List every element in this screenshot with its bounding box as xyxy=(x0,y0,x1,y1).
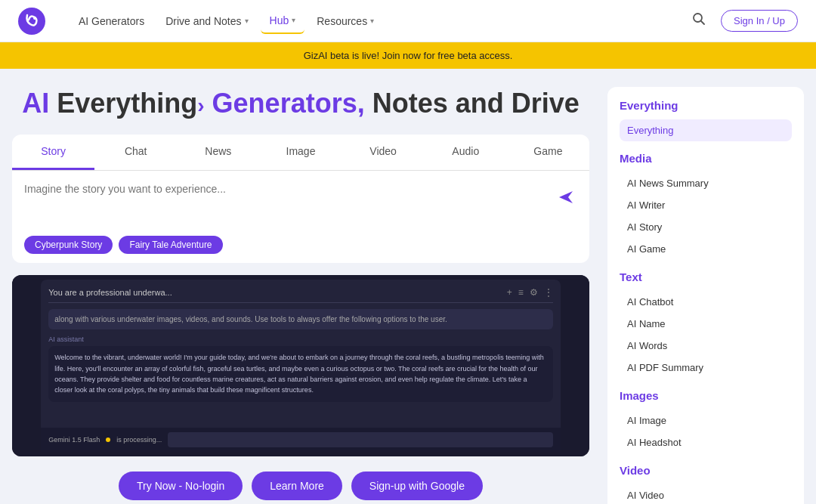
svg-line-3 xyxy=(701,21,704,24)
chat-header: You are a professional underwa... + ≡ ⚙ … xyxy=(48,287,553,303)
sidebar-section-everything-title: Everything xyxy=(620,99,792,112)
input-row xyxy=(24,183,577,228)
chat-title: You are a professional underwa... xyxy=(48,288,172,297)
tag-fairytale[interactable]: Fairy Tale Adventure xyxy=(119,236,222,254)
signin-button[interactable]: Sign In / Up xyxy=(721,10,798,32)
model-badge: Gemini 1.5 Flash xyxy=(48,436,100,444)
sidebar-card: Everything Everything Media AI News Summ… xyxy=(607,87,804,504)
search-button[interactable] xyxy=(689,9,709,32)
sidebar-item-chatbot[interactable]: AI Chatbot xyxy=(620,291,792,313)
search-icon xyxy=(692,12,706,26)
signup-google-button[interactable]: Sign-up with Google xyxy=(351,472,483,500)
tab-news[interactable]: News xyxy=(177,135,259,170)
nav-ai-generators[interactable]: AI Generators xyxy=(70,9,153,33)
chevron-down-icon: ▾ xyxy=(292,16,295,24)
beta-banner[interactable]: GizAI beta is live! Join now for free be… xyxy=(0,42,816,69)
sidebar-item-words[interactable]: AI Words xyxy=(620,335,792,357)
chat-bubble: Welcome to the vibrant, underwater world… xyxy=(48,346,553,402)
chat-mockup: You are a professional underwa... + ≡ ⚙ … xyxy=(41,280,561,452)
sidebar-item-video[interactable]: AI Video xyxy=(620,484,792,504)
chevron-down-icon: ▾ xyxy=(245,17,249,25)
chat-toolbar: + ≡ ⚙ ⋮ xyxy=(507,287,553,298)
list-icon[interactable]: ≡ xyxy=(518,287,524,298)
tab-video[interactable]: Video xyxy=(342,135,425,170)
send-icon xyxy=(558,189,574,206)
story-input[interactable] xyxy=(24,183,555,228)
sidebar-item-writer[interactable]: AI Writer xyxy=(620,194,792,216)
chat-bottom-bar: Gemini 1.5 Flash is processing... xyxy=(41,428,561,452)
hero-generators: Generators, xyxy=(205,88,365,119)
chat-preview: You are a professional underwa... + ≡ ⚙ … xyxy=(12,275,589,456)
try-now-button[interactable]: Try Now - No-login xyxy=(119,472,243,500)
processing-text: is processing... xyxy=(116,436,162,444)
hero-everything: Everything xyxy=(49,88,197,119)
more-icon[interactable]: ⋮ xyxy=(544,287,553,298)
nav-resources[interactable]: Resources ▾ xyxy=(308,9,383,33)
sidebar-section-media-title: Media xyxy=(620,152,792,165)
tab-bar: Story Chat News Image Video Audio Game xyxy=(12,135,589,171)
sidebar-item-headshot[interactable]: AI Headshot xyxy=(620,431,792,453)
sidebar-item-image[interactable]: AI Image xyxy=(620,410,792,431)
sidebar: Everything Everything Media AI News Summ… xyxy=(607,87,804,504)
sidebar-section-text-title: Text xyxy=(620,271,792,283)
processing-indicator xyxy=(106,438,110,442)
nav-hub[interactable]: Hub ▾ xyxy=(261,8,305,34)
tab-story[interactable]: Story xyxy=(12,135,94,170)
tab-chat[interactable]: Chat xyxy=(94,135,177,170)
plus-icon[interactable]: + xyxy=(507,287,512,298)
hero-title: AI Everything› Generators, Notes and Dri… xyxy=(12,87,589,119)
header: AI Generators Drive and Notes ▾ Hub ▾ Re… xyxy=(0,0,816,42)
content-area: AI Everything› Generators, Notes and Dri… xyxy=(12,87,589,504)
svg-point-1 xyxy=(33,17,36,20)
tab-game[interactable]: Game xyxy=(507,135,589,170)
settings-icon[interactable]: ⚙ xyxy=(530,287,538,298)
main-nav: AI Generators Drive and Notes ▾ Hub ▾ Re… xyxy=(70,8,689,34)
learn-more-button[interactable]: Learn More xyxy=(252,472,342,500)
sidebar-item-everything[interactable]: Everything xyxy=(620,119,792,141)
logo-icon xyxy=(18,8,45,35)
chevron-down-icon: ▾ xyxy=(370,17,374,25)
chat-system-message: along with various underwater images, vi… xyxy=(48,309,553,329)
svg-point-2 xyxy=(694,14,702,22)
logo[interactable] xyxy=(18,8,45,35)
header-right: Sign In / Up xyxy=(689,9,798,32)
tag-cyberpunk[interactable]: Cyberpunk Story xyxy=(24,236,113,254)
cta-row: Try Now - No-login Learn More Sign-up wi… xyxy=(12,472,589,500)
tab-audio[interactable]: Audio xyxy=(425,135,507,170)
sidebar-section-images-title: Images xyxy=(620,389,792,402)
sidebar-item-game[interactable]: AI Game xyxy=(620,238,792,260)
tag-row: Cyberpunk Story Fairy Tale Adventure xyxy=(24,236,577,254)
hero-chevron: › xyxy=(197,94,204,117)
sidebar-item-news-summary[interactable]: AI News Summary xyxy=(620,172,792,194)
nav-drive-notes[interactable]: Drive and Notes ▾ xyxy=(156,9,257,33)
hero-suffix: Notes and Drive xyxy=(365,88,580,119)
story-input-box: Cyberpunk Story Fairy Tale Adventure xyxy=(12,171,589,263)
sidebar-item-name[interactable]: AI Name xyxy=(620,313,792,335)
svg-point-0 xyxy=(18,8,45,35)
chat-assistant-label: AI assistant xyxy=(48,335,553,343)
tab-image[interactable]: Image xyxy=(259,135,342,170)
send-button[interactable] xyxy=(555,186,577,213)
sidebar-item-pdf-summary[interactable]: AI PDF Summary xyxy=(620,357,792,379)
sidebar-section-video-title: Video xyxy=(620,464,792,477)
hero-ai: AI xyxy=(22,88,49,119)
chat-input-area[interactable] xyxy=(168,432,553,447)
preview-card: You are a professional underwa... + ≡ ⚙ … xyxy=(12,275,589,456)
main-layout: AI Everything› Generators, Notes and Dri… xyxy=(0,69,816,504)
sidebar-item-story[interactable]: AI Story xyxy=(620,216,792,238)
